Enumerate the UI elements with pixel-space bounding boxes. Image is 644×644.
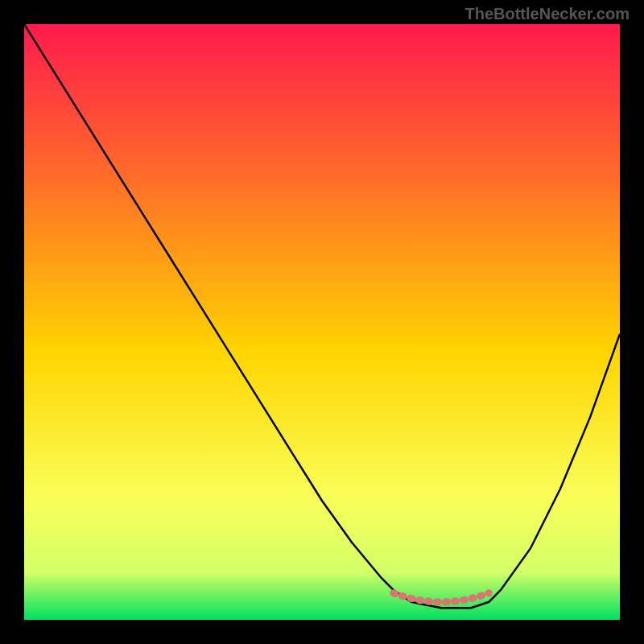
watermark-text: TheBottleNecker.com xyxy=(464,5,630,23)
gradient-background xyxy=(24,24,620,620)
bottleneck-chart xyxy=(24,24,620,620)
chart-container xyxy=(24,24,620,620)
